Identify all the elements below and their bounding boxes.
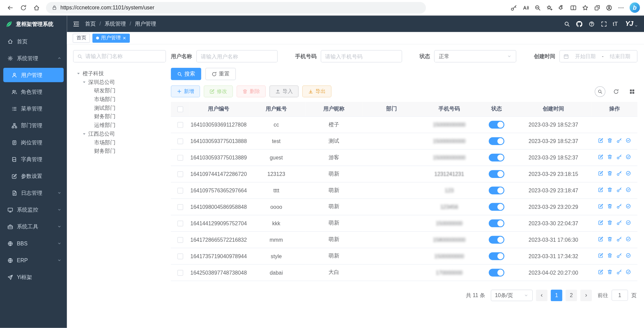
delete-icon[interactable]: [607, 171, 613, 176]
assign-role-icon[interactable]: [626, 138, 631, 143]
reset-password-icon[interactable]: [616, 171, 622, 176]
tree-node[interactable]: 深圳总公司: [73, 78, 166, 86]
column-header[interactable]: 手机号码: [420, 102, 478, 116]
row-checkbox[interactable]: [178, 221, 183, 226]
row-checkbox[interactable]: [178, 171, 183, 177]
read-aloud-icon[interactable]: [519, 1, 531, 14]
reset-button[interactable]: 重置: [205, 68, 236, 80]
sidebar-item[interactable]: 首页: [0, 33, 67, 50]
tree-node[interactable]: 江西总公司: [73, 130, 166, 138]
date-range-picker[interactable]: 开始日期 - 结束日期: [559, 50, 638, 62]
status-toggle[interactable]: [489, 186, 504, 194]
tree-node[interactable]: 橙子科技: [73, 69, 166, 78]
reset-password-icon[interactable]: [616, 138, 622, 143]
header-search-icon[interactable]: [561, 18, 573, 29]
delete-icon[interactable]: [607, 269, 613, 275]
tab[interactable]: 首页 ×: [73, 34, 90, 43]
caret-icon[interactable]: [77, 71, 82, 75]
page-size-select[interactable]: 10条/页: [491, 289, 533, 301]
goto-page-input[interactable]: [611, 290, 628, 301]
toolbar-button[interactable]: 导入: [269, 86, 299, 97]
profile-icon[interactable]: [603, 1, 615, 14]
assign-role-icon[interactable]: [626, 236, 631, 242]
sidebar-item[interactable]: 角色管理: [0, 83, 67, 100]
bing-icon[interactable]: b: [630, 2, 640, 13]
delete-icon[interactable]: [607, 252, 613, 258]
column-header[interactable]: 用户昵称: [305, 102, 363, 116]
toolbar-button[interactable]: 删除: [237, 86, 266, 97]
sidebar-item[interactable]: 部门管理: [0, 117, 67, 134]
favorites-bar-icon[interactable]: [579, 1, 591, 14]
toggle-search-icon[interactable]: [595, 86, 605, 97]
delete-icon[interactable]: [607, 187, 613, 193]
caret-icon[interactable]: [82, 132, 88, 136]
user-menu-caret-icon[interactable]: [634, 24, 638, 28]
tree-node[interactable]: 财务部门: [73, 112, 166, 121]
sidebar-item[interactable]: 系统监控: [0, 201, 67, 218]
collections-icon[interactable]: [591, 1, 603, 14]
breadcrumb-item[interactable]: 系统管理: [96, 20, 126, 28]
row-checkbox[interactable]: [178, 188, 183, 193]
sidebar-item[interactable]: 日志管理: [0, 185, 67, 201]
sidebar-item[interactable]: Yi框架: [0, 269, 67, 285]
page-number-button[interactable]: 1: [551, 289, 562, 301]
url-bar[interactable]: https://ccnetcore.com:1101/system/user: [46, 2, 426, 13]
delete-icon[interactable]: [607, 236, 613, 242]
row-checkbox[interactable]: [178, 138, 183, 144]
status-toggle[interactable]: [489, 203, 504, 210]
username-input[interactable]: [196, 50, 278, 62]
refresh-table-icon[interactable]: [611, 86, 622, 97]
status-toggle[interactable]: [489, 121, 504, 128]
edit-icon[interactable]: [598, 269, 604, 275]
more-icon[interactable]: [615, 1, 627, 14]
status-toggle[interactable]: [489, 252, 504, 260]
edit-icon[interactable]: [598, 203, 604, 209]
edit-icon[interactable]: [598, 236, 604, 242]
edit-icon[interactable]: [598, 154, 604, 160]
favorite-add-icon[interactable]: [543, 1, 555, 14]
breadcrumb-item[interactable]: 首页: [85, 20, 96, 28]
sidebar-item[interactable]: 用户管理: [3, 68, 64, 82]
row-checkbox[interactable]: [178, 270, 183, 276]
row-checkbox[interactable]: [178, 253, 183, 259]
row-checkbox[interactable]: [178, 204, 183, 210]
sidebar-item[interactable]: 系统管理: [0, 50, 67, 66]
tree-node[interactable]: 测试部门: [73, 103, 166, 112]
fullscreen-icon[interactable]: [598, 18, 609, 29]
sidebar-item[interactable]: BBS: [0, 235, 67, 252]
assign-role-icon[interactable]: [626, 187, 631, 193]
assign-role-icon[interactable]: [626, 269, 631, 275]
split-screen-icon[interactable]: [567, 1, 579, 14]
caret-icon[interactable]: [82, 80, 88, 84]
tab-close-icon[interactable]: ×: [123, 35, 126, 41]
status-toggle[interactable]: [489, 137, 504, 145]
sidebar-item[interactable]: 系统工具: [0, 218, 67, 235]
column-header[interactable]: 用户账号: [247, 102, 305, 116]
tree-node[interactable]: 研发部门: [73, 86, 166, 95]
search-button[interactable]: 搜索: [171, 68, 201, 80]
status-toggle[interactable]: [489, 236, 504, 243]
toolbar-button[interactable]: 修改: [204, 86, 233, 97]
edit-icon[interactable]: [598, 252, 604, 258]
font-size-icon[interactable]: tT: [611, 20, 620, 27]
back-icon[interactable]: [4, 1, 16, 14]
edit-icon[interactable]: [598, 171, 604, 176]
sidebar-item[interactable]: 字典管理: [0, 151, 67, 168]
reload-icon[interactable]: [17, 1, 30, 14]
status-select[interactable]: 正常: [434, 50, 516, 62]
status-toggle[interactable]: [489, 170, 504, 178]
edit-icon[interactable]: [598, 220, 604, 225]
page-number-button[interactable]: 2: [565, 289, 577, 301]
tree-node[interactable]: 市场部门: [73, 95, 166, 104]
delete-icon[interactable]: [607, 154, 613, 160]
reset-password-icon[interactable]: [616, 187, 622, 193]
sidebar-toggle-icon[interactable]: [73, 20, 80, 28]
prev-page-button[interactable]: [536, 289, 547, 301]
phone-input[interactable]: [320, 50, 402, 62]
tree-node[interactable]: 财务部门: [73, 147, 166, 155]
tab[interactable]: 用户管理 ×: [92, 34, 130, 43]
status-toggle[interactable]: [489, 269, 504, 276]
reset-password-icon[interactable]: [616, 269, 622, 275]
column-header[interactable]: 状态: [478, 102, 515, 116]
toolbar-button[interactable]: 新增: [171, 86, 200, 97]
